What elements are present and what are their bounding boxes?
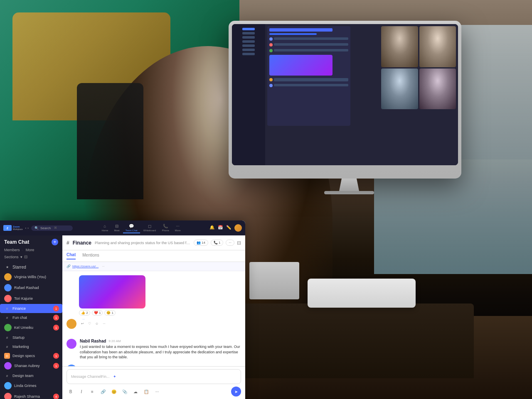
- emoji-tool[interactable]: 😊: [110, 387, 118, 396]
- sidebar-header: Team Chat +: [0, 235, 62, 247]
- send-button[interactable]: ➤: [231, 387, 241, 397]
- sidebar-item-design-specs[interactable]: D Design specs 1: [0, 351, 62, 360]
- calls-btn[interactable]: 📞 1: [211, 240, 223, 246]
- bold-tool[interactable]: B: [66, 387, 75, 396]
- funchat-icon: #: [4, 315, 10, 321]
- marketing-label: Marketing: [12, 345, 29, 349]
- sidebar-item-rafael[interactable]: Rafael Rashad: [0, 282, 62, 293]
- sidebar-item-startup[interactable]: # Startup: [0, 333, 62, 342]
- nav-whiteboard[interactable]: ◻ Whiteboard: [141, 223, 159, 233]
- minimize-btn[interactable]: ⊟: [237, 240, 241, 246]
- nabil-like-btn[interactable]: ♡: [87, 321, 92, 326]
- list-tool[interactable]: ≡: [88, 387, 96, 396]
- sidebar-item-marketing[interactable]: # Marketing: [0, 342, 62, 351]
- link-tool[interactable]: 🔗: [99, 387, 107, 396]
- forward-btn[interactable]: ›: [27, 226, 29, 230]
- pencil-icon[interactable]: ✏️: [226, 225, 232, 231]
- shanae-label: Shanae Aubrey: [14, 364, 40, 368]
- vance-avatar: [66, 339, 76, 349]
- sidebar-item-rajesh[interactable]: Rajesh Sharma 4: [0, 391, 62, 399]
- nav-phone[interactable]: 📞 Phone: [159, 223, 171, 233]
- sidebar-item-starred[interactable]: ★ Starred: [0, 262, 62, 272]
- sidebar-item-shanae[interactable]: Shanae Aubrey 1: [0, 360, 62, 371]
- message-vance: Nabil Rashad 9:20 AM I just wanted to ta…: [66, 339, 241, 361]
- tab-chat[interactable]: Chat: [66, 252, 76, 259]
- members-count-btn[interactable]: 👥 14: [194, 240, 208, 246]
- design-specs-icon: D: [4, 353, 10, 359]
- members-link[interactable]: Members: [4, 248, 20, 252]
- compose-toolbar: B I ≡ 🔗 😊 📎 ☁ 📋 ··· ➤: [66, 387, 241, 397]
- nav-meet[interactable]: ⊟ Meet: [111, 223, 122, 233]
- sections-header[interactable]: Sections ▾ ⊟: [4, 255, 58, 259]
- sections-chevron: ▾: [20, 255, 22, 259]
- vance-meta: Nabil Rashad 9:20 AM: [80, 339, 241, 343]
- more-icon: ···: [175, 224, 180, 229]
- msg-image-container: 👍 2 ❤️ 1 😊 1: [66, 275, 241, 316]
- nabil-more-btn[interactable]: ···: [101, 321, 107, 326]
- sidebar-add-button[interactable]: +: [52, 239, 58, 245]
- message-nabil: ↩ ♡ ☺ ···: [66, 319, 241, 329]
- nav-home-label: Home: [101, 229, 108, 232]
- kel-badge: 1: [53, 325, 59, 330]
- topbar-right: 🔔 📅 ✏️: [209, 224, 242, 232]
- attach-tool[interactable]: 📎: [121, 387, 129, 396]
- chat-panel: # Finance Planning and sharing projects …: [62, 235, 245, 399]
- nav-more[interactable]: ··· More: [172, 223, 183, 233]
- linda-avatar: [4, 382, 12, 389]
- bell-icon[interactable]: 🔔: [209, 225, 215, 231]
- finance-badge: 1: [53, 306, 59, 311]
- sidebar-item-design-team[interactable]: # Design team: [0, 371, 62, 380]
- reaction-smile[interactable]: 😊 1: [104, 310, 116, 316]
- video-tile-1: [381, 26, 418, 67]
- search-shortcut: ⌘: [54, 226, 57, 230]
- starred-label: Starred: [12, 265, 26, 269]
- more-options-btn[interactable]: ···: [226, 240, 234, 246]
- marketing-icon: #: [4, 344, 10, 350]
- monitor: [229, 21, 470, 195]
- linda-label: Linda Grimes: [14, 384, 37, 388]
- design-specs-label: Design specs: [12, 354, 35, 358]
- channel-actions: 👥 14 📞 1 ··· ⊟: [194, 240, 241, 246]
- screenshot-tool[interactable]: 📋: [142, 387, 150, 396]
- sidebar-item-linda[interactable]: Linda Grimes: [0, 380, 62, 391]
- rajesh-label: Rajesh Sharma: [14, 394, 40, 399]
- sidebar-item-tori[interactable]: Tori Kajurie: [0, 293, 62, 304]
- nabil-react-btn[interactable]: ↩: [80, 321, 85, 326]
- channel-name-text: Finance: [73, 240, 91, 246]
- user-avatar[interactable]: [234, 224, 242, 232]
- sidebar-item-virginia[interactable]: Virginia Willis (You): [0, 272, 62, 282]
- tab-mentions[interactable]: Mentions: [82, 253, 99, 259]
- reaction-heart[interactable]: ❤️ 1: [92, 310, 103, 316]
- compose-area: Message ChannelFin... ✦ B I ≡ 🔗 😊 📎 ☁ 📋 …: [62, 366, 245, 399]
- nav-whiteboard-label: Whiteboard: [143, 229, 156, 232]
- startup-icon: #: [4, 335, 10, 340]
- nav-home[interactable]: ⌂ Home: [99, 223, 111, 233]
- video-tile-4: [419, 69, 456, 110]
- nav-teamchat[interactable]: 💬 Team Chat: [123, 223, 140, 233]
- cloud-tool[interactable]: ☁: [131, 387, 140, 396]
- channel-tabs: Chat Mentions: [62, 250, 245, 262]
- compose-emoji-hint: ✦: [113, 375, 116, 379]
- more-tools[interactable]: ···: [153, 387, 161, 396]
- sidebar: Team Chat + Members · More Sections ▾ ⊟ …: [0, 235, 62, 399]
- search-bar[interactable]: 🔍 Search ⌘: [31, 225, 73, 231]
- sidebar-item-finance[interactable]: # Finance 1: [0, 304, 62, 313]
- more-link[interactable]: More: [26, 248, 34, 252]
- video-tile-2: [419, 26, 456, 67]
- italic-tool[interactable]: I: [77, 387, 86, 396]
- design-team-icon: #: [4, 373, 10, 379]
- sidebar-item-kel[interactable]: Kel Umeiku 1: [0, 322, 62, 333]
- compose-placeholder: Message ChannelFin...: [71, 375, 110, 379]
- nabil-emoji-btn[interactable]: ☺: [94, 321, 100, 326]
- filter-button[interactable]: ⊟: [24, 255, 27, 259]
- channel-link[interactable]: https://zoem.us/...: [72, 264, 99, 268]
- virginia-label: Virginia Willis (You): [14, 275, 46, 279]
- reaction-thumbs-up[interactable]: 👍 2: [79, 310, 90, 316]
- msg-image-banner: [79, 275, 145, 308]
- back-btn[interactable]: ‹: [25, 226, 27, 230]
- sidebar-item-funchat[interactable]: # Fun chat 1: [0, 313, 62, 322]
- calendar-icon[interactable]: 📅: [218, 225, 224, 231]
- compose-input[interactable]: Message ChannelFin... ✦: [66, 369, 241, 384]
- nav-phone-label: Phone: [162, 229, 169, 232]
- virginia-avatar: [4, 273, 12, 281]
